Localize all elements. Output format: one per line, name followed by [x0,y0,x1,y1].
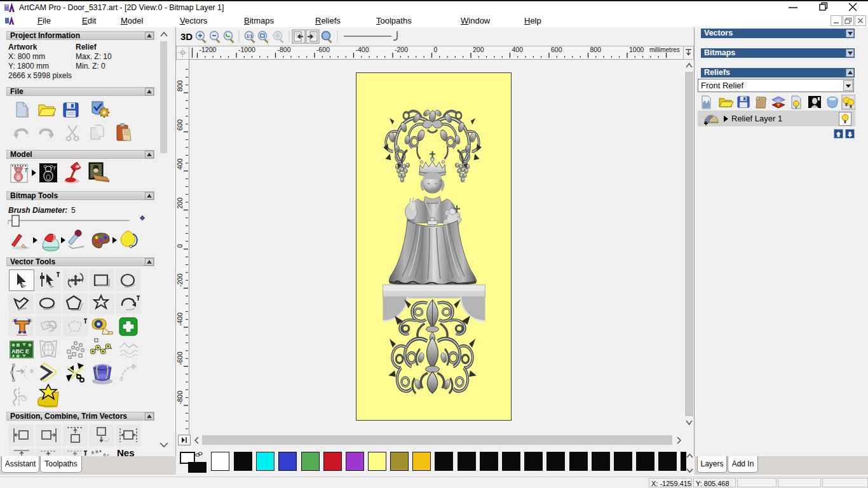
svg-text:-200: -200 [395,46,408,53]
svg-text:-200: -200 [176,273,184,287]
svg-text:1:1: 1:1 [247,34,253,38]
svg-text:T: T [24,167,29,173]
svg-text:600: 600 [176,119,184,131]
svg-text:-800: -800 [278,46,291,53]
svg-text:0: 0 [176,244,184,248]
svg-text:400: 400 [176,158,184,170]
svg-text:-1200: -1200 [200,46,217,53]
svg-text:600: 600 [551,46,562,53]
svg-text:-600: -600 [316,46,330,53]
svg-text:200: 200 [176,198,184,209]
svg-text:-1000: -1000 [238,46,255,53]
svg-text:-400: -400 [356,46,369,53]
svg-text:ABC E: ABC E [11,348,29,355]
svg-text:200: 200 [473,46,484,53]
svg-text:-400: -400 [176,313,184,326]
svg-text:0: 0 [434,46,438,53]
svg-text:400: 400 [512,46,524,53]
svg-text:millimetres: millimetres [649,46,680,53]
svg-text:-800: -800 [176,391,184,404]
svg-text:a a: a a [91,449,99,456]
svg-text:800: 800 [590,46,602,53]
svg-text:a c: a c [103,452,110,456]
svg-text:1000: 1000 [629,46,644,53]
svg-text:800: 800 [176,80,184,92]
svg-text:-600: -600 [176,351,184,365]
